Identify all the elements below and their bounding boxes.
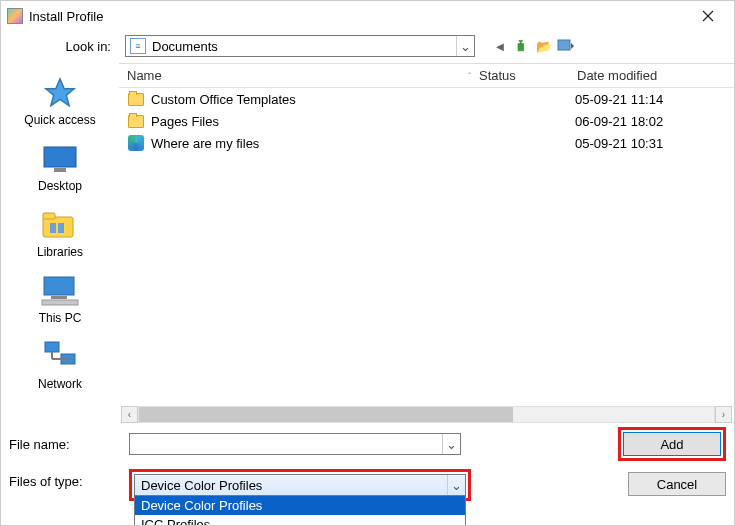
bottom-panel: File name: ⌄ Add Files of type: Device C… <box>1 423 734 509</box>
pc-icon <box>39 273 81 309</box>
network-icon <box>39 339 81 375</box>
view-icon[interactable] <box>557 37 575 55</box>
filetype-highlight: Device Color Profiles ⌄ Device Color Pro… <box>129 469 471 501</box>
cancel-button[interactable]: Cancel <box>628 472 726 496</box>
file-rows: Custom Office Templates05-09-21 11:14Pag… <box>119 88 734 405</box>
svg-rect-12 <box>42 300 78 305</box>
place-label: Desktop <box>38 179 82 193</box>
desktop-icon <box>39 141 81 177</box>
col-status[interactable]: Status <box>479 68 577 83</box>
svg-marker-3 <box>46 79 74 106</box>
svg-rect-4 <box>44 147 76 167</box>
close-icon <box>702 10 714 22</box>
file-date: 05-09-21 10:31 <box>575 136 734 151</box>
filetype-value: Device Color Profiles <box>135 478 262 493</box>
filetype-row: Files of type: Device Color Profiles ⌄ D… <box>9 469 726 501</box>
chevron-down-icon: ⌄ <box>442 434 460 454</box>
file-name: Pages Files <box>151 114 477 129</box>
places-sidebar: Quick access Desktop Libraries This PC N… <box>1 63 119 423</box>
file-name: Custom Office Templates <box>151 92 477 107</box>
place-libraries[interactable]: Libraries <box>37 207 83 259</box>
scroll-track[interactable] <box>138 406 715 423</box>
scroll-right-icon[interactable]: › <box>715 406 732 423</box>
place-quick-access[interactable]: Quick access <box>24 75 95 127</box>
filetype-dropdown[interactable]: Device Color ProfilesICC ProfilesDevice … <box>134 495 466 526</box>
folder-icon <box>128 115 144 128</box>
svg-rect-13 <box>45 342 59 352</box>
svg-rect-10 <box>44 277 74 295</box>
table-row[interactable]: Where are my files05-09-21 10:31 <box>119 132 734 154</box>
filetype-option[interactable]: Device Color Profiles <box>135 496 465 515</box>
up-icon[interactable] <box>513 37 531 55</box>
col-name[interactable]: Nameˆ <box>127 68 479 83</box>
app-icon <box>7 8 23 24</box>
place-desktop[interactable]: Desktop <box>38 141 82 193</box>
back-icon[interactable]: ◄ <box>491 37 509 55</box>
svg-rect-2 <box>558 40 570 50</box>
chevron-down-icon: ⌄ <box>447 475 465 495</box>
lookin-select[interactable]: Documents ⌄ <box>125 35 475 57</box>
add-highlight: Add <box>618 427 726 461</box>
file-name: Where are my files <box>151 136 477 151</box>
filename-label: File name: <box>9 437 129 452</box>
star-icon <box>39 75 81 111</box>
place-label: Network <box>38 377 82 391</box>
place-thispc[interactable]: This PC <box>39 273 82 325</box>
file-date: 06-09-21 18:02 <box>575 114 734 129</box>
main-area: Quick access Desktop Libraries This PC N… <box>1 63 734 423</box>
filetype-select[interactable]: Device Color Profiles ⌄ <box>134 474 466 496</box>
lookin-label: Look in: <box>9 39 117 54</box>
filename-input[interactable]: ⌄ <box>129 433 461 455</box>
nav-icons: ◄ 📂 <box>491 37 575 55</box>
filetype-label: Files of type: <box>9 469 129 489</box>
filetype-option[interactable]: ICC Profiles <box>135 515 465 526</box>
lookin-row: Look in: Documents ⌄ ◄ 📂 <box>1 31 734 63</box>
scroll-thumb[interactable] <box>139 407 513 422</box>
documents-icon <box>130 38 146 54</box>
table-row[interactable]: Custom Office Templates05-09-21 11:14 <box>119 88 734 110</box>
h-scrollbar[interactable]: ‹ › <box>119 405 734 423</box>
place-label: This PC <box>39 311 82 325</box>
svg-rect-7 <box>43 213 55 219</box>
titlebar: Install Profile <box>1 1 734 31</box>
place-network[interactable]: Network <box>38 339 82 391</box>
filename-row: File name: ⌄ Add <box>9 427 726 461</box>
col-date[interactable]: Date modified <box>577 68 734 83</box>
close-button[interactable] <box>688 2 728 30</box>
place-label: Quick access <box>24 113 95 127</box>
add-button[interactable]: Add <box>623 432 721 456</box>
folder-icon <box>128 93 144 106</box>
file-date: 05-09-21 11:14 <box>575 92 734 107</box>
chevron-down-icon: ⌄ <box>456 36 474 56</box>
svg-rect-9 <box>58 223 64 233</box>
file-list: Nameˆ Status Date modified Custom Office… <box>119 63 734 423</box>
column-headers: Nameˆ Status Date modified <box>119 64 734 88</box>
svg-rect-5 <box>54 168 66 172</box>
sort-caret-icon: ˆ <box>468 71 471 81</box>
new-folder-icon[interactable]: 📂 <box>535 37 553 55</box>
scroll-left-icon[interactable]: ‹ <box>121 406 138 423</box>
lookin-value: Documents <box>150 39 456 54</box>
table-row[interactable]: Pages Files06-09-21 18:02 <box>119 110 734 132</box>
svg-rect-8 <box>50 223 56 233</box>
place-label: Libraries <box>37 245 83 259</box>
svg-rect-11 <box>51 296 67 299</box>
libraries-icon <box>39 207 81 243</box>
edge-icon <box>128 135 144 151</box>
window-title: Install Profile <box>29 9 688 24</box>
